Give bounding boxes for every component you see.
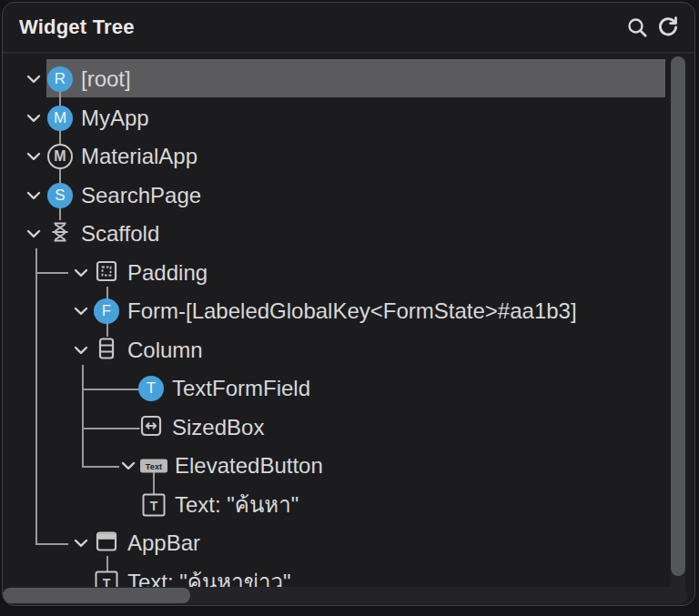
tree-node-4-scaffold[interactable]: Scaffold <box>3 215 694 253</box>
refresh-icon[interactable] <box>653 12 684 43</box>
chevron-down-icon[interactable] <box>74 539 88 548</box>
tree-node-label: SizedBox <box>172 409 264 447</box>
search-icon[interactable] <box>622 12 653 43</box>
tree-node-9-sizedbox[interactable]: SizedBox <box>3 409 694 447</box>
tree-node-11-text[interactable]: TText: "ค้นหา" <box>3 486 694 524</box>
appbar-icon <box>96 530 118 556</box>
sizedbox-icon <box>140 415 163 441</box>
tree-node-label: Scaffold <box>81 215 159 253</box>
tree-node-label: Padding <box>127 254 208 292</box>
panel-title: Widget Tree <box>19 15 622 39</box>
scaffold-icon <box>48 220 72 247</box>
tree-node-2-materialapp[interactable]: MMaterialApp <box>3 137 694 176</box>
vertical-scrollbar-thumb[interactable] <box>671 56 685 576</box>
tree-node-7-column[interactable]: Column <box>3 331 694 369</box>
tree-node-label: MaterialApp <box>81 137 198 176</box>
tree-node-3-searchpage[interactable]: SSearchPage <box>3 177 694 215</box>
class-letter-icon: R <box>47 66 73 92</box>
widget-tree-panel: Widget Tree R[root]MMyAppMMaterialAppSSe… <box>2 2 695 606</box>
chevron-down-icon[interactable] <box>26 191 41 200</box>
chevron-down-icon[interactable] <box>74 346 88 355</box>
widget-tree: R[root]MMyAppMMaterialAppSSearchPageScaf… <box>3 56 694 605</box>
horizontal-scrollbar-thumb[interactable] <box>3 588 190 603</box>
tree-node-label: TextFormField <box>172 369 310 408</box>
chevron-down-icon[interactable] <box>26 75 41 84</box>
padding-icon <box>95 259 118 287</box>
tree-node-6-form-labeledglobalkey-formstate-aa1b3[interactable]: FForm-[LabeledGlobalKey<FormState>#aa1b3… <box>3 292 694 330</box>
tree-node-1-myapp[interactable]: MMyApp <box>3 99 694 137</box>
class-letter-icon: F <box>94 298 119 324</box>
chevron-down-icon[interactable] <box>74 268 88 278</box>
tree-node-label: AppBar <box>127 524 200 562</box>
class-letter-outline-icon: M <box>47 144 73 169</box>
tree-node-0-root[interactable]: R[root] <box>3 60 694 98</box>
tree-node-label: Text: "ค้นหา" <box>175 486 299 524</box>
tree-node-8-textformfield[interactable]: TTextFormField <box>3 369 694 408</box>
tree-node-label: SearchPage <box>81 177 201 215</box>
chevron-down-icon[interactable] <box>121 461 136 470</box>
tree-node-label: MyApp <box>81 99 149 137</box>
chevron-down-icon[interactable] <box>26 229 41 238</box>
tree-node-12-appbar[interactable]: AppBar <box>3 524 694 562</box>
chevron-down-icon[interactable] <box>26 114 41 123</box>
class-letter-icon: S <box>47 183 73 208</box>
tree-node-label: [root] <box>81 60 131 98</box>
tree-node-5-padding[interactable]: Padding <box>3 254 694 292</box>
chevron-down-icon[interactable] <box>26 152 41 161</box>
tree-node-label: ElevatedButton <box>175 447 323 485</box>
chevron-down-icon[interactable] <box>74 307 88 316</box>
tree-node-10-elevatedbutton[interactable]: TextElevatedButton <box>3 447 694 485</box>
class-letter-icon: T <box>138 376 164 401</box>
tree-node-label: Column <box>127 331 203 369</box>
panel-header: Widget Tree <box>3 3 694 54</box>
text-widget-icon: T <box>143 494 166 517</box>
tree-node-label: Form-[LabeledGlobalKey<FormState>#aa1b3] <box>127 292 577 330</box>
class-letter-icon: M <box>47 106 73 131</box>
column-icon <box>95 337 118 364</box>
elevated-button-icon: Text <box>140 459 167 473</box>
